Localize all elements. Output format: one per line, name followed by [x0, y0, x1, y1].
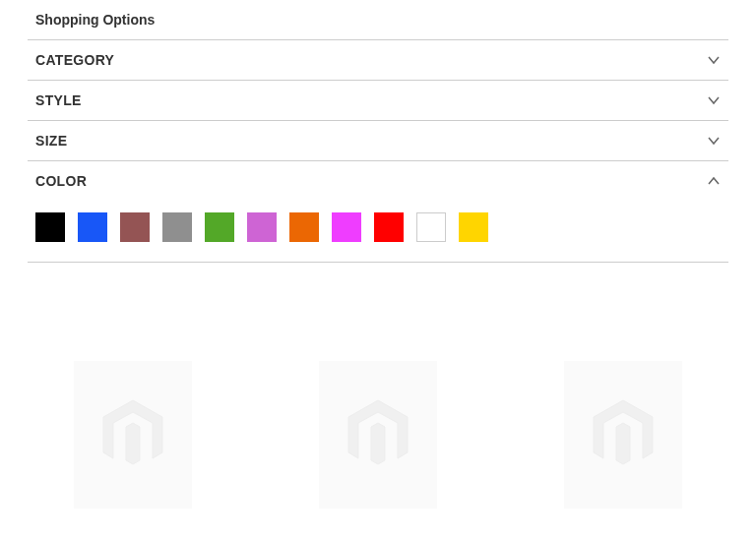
swatch-black[interactable]	[35, 212, 65, 242]
filter-section-color: COLOR	[28, 160, 728, 262]
magento-logo-icon	[344, 395, 412, 474]
filter-toggle-size[interactable]: SIZE	[28, 121, 728, 160]
chevron-down-icon	[707, 134, 721, 148]
swatch-orange[interactable]	[289, 212, 319, 242]
product-placeholder[interactable]	[319, 361, 437, 509]
swatch-magenta[interactable]	[332, 212, 361, 242]
filter-label-category: CATEGORY	[35, 52, 114, 68]
swatch-blue[interactable]	[78, 212, 107, 242]
filter-section-style: STYLE	[28, 80, 728, 120]
chevron-down-icon	[707, 93, 721, 107]
filter-section-category: CATEGORY	[28, 39, 728, 80]
filter-toggle-style[interactable]: STYLE	[28, 81, 728, 120]
filter-label-size: SIZE	[35, 133, 67, 149]
filter-section-size: SIZE	[28, 120, 728, 160]
swatch-purple[interactable]	[247, 212, 277, 242]
swatch-green[interactable]	[205, 212, 234, 242]
filter-label-style: STYLE	[35, 92, 82, 108]
swatch-red[interactable]	[374, 212, 404, 242]
chevron-up-icon	[707, 174, 721, 188]
product-grid	[0, 263, 756, 509]
product-placeholder[interactable]	[74, 361, 192, 509]
swatch-white[interactable]	[416, 212, 446, 242]
chevron-down-icon	[707, 53, 721, 67]
magento-logo-icon	[98, 395, 167, 474]
filter-toggle-category[interactable]: CATEGORY	[28, 40, 728, 80]
product-placeholder[interactable]	[564, 361, 682, 509]
magento-logo-icon	[589, 395, 658, 474]
shopping-options-title: Shopping Options	[28, 0, 728, 39]
filter-toggle-color[interactable]: COLOR	[28, 161, 728, 201]
swatch-gray[interactable]	[162, 212, 192, 242]
swatch-brown[interactable]	[120, 212, 150, 242]
filter-label-color: COLOR	[35, 173, 87, 189]
shopping-options-panel: Shopping Options CATEGORY STYLE SIZE COL…	[0, 0, 756, 263]
color-swatches	[28, 201, 728, 262]
swatch-yellow[interactable]	[459, 212, 488, 242]
